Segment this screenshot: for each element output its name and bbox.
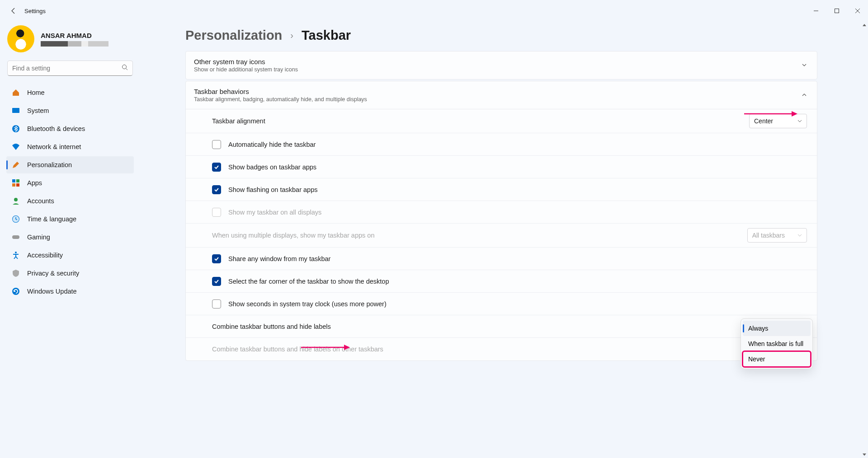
sidebar: ANSAR AHMAD Home System Bluetooth & devi… xyxy=(0,22,140,458)
search-input-wrap[interactable] xyxy=(7,61,133,76)
back-button[interactable] xyxy=(6,4,21,18)
row-combine: Combine taskbar buttons and hide labels xyxy=(186,315,817,338)
scroll-up-icon[interactable] xyxy=(861,22,868,29)
nav-privacy[interactable]: Privacy & security xyxy=(6,265,134,282)
chevron-down-icon xyxy=(797,117,802,125)
checkbox-flashing[interactable] xyxy=(212,185,221,194)
svg-rect-6 xyxy=(12,179,15,182)
row-alignment: Taskbar alignment Center xyxy=(186,109,817,133)
popup-option-always[interactable]: Always xyxy=(743,321,811,336)
checkbox-share[interactable] xyxy=(212,254,221,263)
row-label: Show seconds in system tray clock (uses … xyxy=(228,300,807,308)
chevron-down-icon xyxy=(797,232,802,239)
chevron-right-icon: › xyxy=(290,30,293,41)
nav-label: Windows Update xyxy=(27,288,77,295)
main-content: Personalization › Taskbar Other system t… xyxy=(140,22,868,458)
checkbox-alldisplays xyxy=(212,208,221,217)
search-icon xyxy=(122,64,128,72)
svg-point-2 xyxy=(123,65,127,69)
card-tray-header[interactable]: Other system tray icons Show or hide add… xyxy=(186,51,817,79)
row-label: Combine taskbar buttons and hide labels xyxy=(212,323,807,330)
breadcrumb-parent[interactable]: Personalization xyxy=(185,28,282,43)
scroll-down-icon[interactable] xyxy=(861,451,868,458)
checkbox-farcorner[interactable] xyxy=(212,277,221,286)
checkbox-badges[interactable] xyxy=(212,163,221,172)
row-alldisplays: Show my taskbar on all displays xyxy=(186,201,817,224)
breadcrumb-current: Taskbar xyxy=(302,28,351,43)
nav-bluetooth[interactable]: Bluetooth & devices xyxy=(6,120,134,137)
nav-gaming[interactable]: Gaming xyxy=(6,229,134,246)
card-subtitle: Taskbar alignment, badging, automaticall… xyxy=(194,96,802,103)
nav-personalization[interactable]: Personalization xyxy=(6,156,134,173)
home-icon xyxy=(12,89,20,97)
svg-point-14 xyxy=(15,252,17,253)
svg-rect-1 xyxy=(835,9,839,13)
nav-accounts[interactable]: Accounts xyxy=(6,192,134,210)
row-label: Share any window from my taskbar xyxy=(228,255,807,262)
maximize-button[interactable] xyxy=(826,4,847,18)
row-farcorner[interactable]: Select the far corner of the taskbar to … xyxy=(186,270,817,293)
bluetooth-icon xyxy=(12,125,20,133)
search-input[interactable] xyxy=(12,65,122,72)
personalization-icon xyxy=(12,161,20,169)
svg-line-3 xyxy=(126,69,128,70)
privacy-icon xyxy=(12,269,20,277)
row-label: Show flashing on taskbar apps xyxy=(228,186,807,193)
profile-section[interactable]: ANSAR AHMAD xyxy=(0,23,140,61)
nav-label: Accounts xyxy=(27,197,54,205)
time-icon xyxy=(12,215,20,223)
card-behaviors-header[interactable]: Taskbar behaviors Taskbar alignment, bad… xyxy=(186,81,817,109)
nav-accessibility[interactable]: Accessibility xyxy=(6,247,134,264)
avatar xyxy=(7,25,34,52)
network-icon xyxy=(12,143,20,151)
card-behaviors: Taskbar behaviors Taskbar alignment, bad… xyxy=(185,81,817,361)
nav-network[interactable]: Network & internet xyxy=(6,138,134,155)
nav-home[interactable]: Home xyxy=(6,84,134,101)
card-tray-icons: Other system tray icons Show or hide add… xyxy=(185,51,817,79)
nav-label: Privacy & security xyxy=(27,270,79,277)
popup-option-whenfull[interactable]: When taskbar is full xyxy=(743,336,811,351)
nav-label: System xyxy=(27,107,49,114)
row-label: Show my taskbar on all displays xyxy=(228,209,807,216)
close-button[interactable] xyxy=(847,4,868,18)
row-share[interactable]: Share any window from my taskbar xyxy=(186,248,817,270)
row-combine-other: Combine taskbar buttons and hide labels … xyxy=(186,338,817,360)
svg-rect-4 xyxy=(12,108,19,113)
card-title: Taskbar behaviors xyxy=(194,88,802,95)
scrollbar[interactable] xyxy=(861,22,868,458)
card-subtitle: Show or hide additional system tray icon… xyxy=(194,66,802,73)
checkbox-seconds[interactable] xyxy=(212,299,221,308)
titlebar: Settings xyxy=(0,0,868,22)
nav-label: Network & internet xyxy=(27,143,81,150)
alignment-dropdown[interactable]: Center xyxy=(749,114,807,128)
svg-rect-7 xyxy=(16,179,19,182)
row-autohide[interactable]: Automatically hide the taskbar xyxy=(186,133,817,156)
profile-email xyxy=(41,41,108,47)
svg-rect-9 xyxy=(16,183,19,187)
svg-point-15 xyxy=(12,288,19,295)
nav: Home System Bluetooth & devices Network … xyxy=(0,84,140,300)
row-label: Taskbar alignment xyxy=(212,117,749,125)
nav-label: Bluetooth & devices xyxy=(27,125,85,132)
combine-dropdown-popup: Always When taskbar is full Never xyxy=(741,318,813,369)
nav-update[interactable]: Windows Update xyxy=(6,283,134,300)
nav-time[interactable]: Time & language xyxy=(6,210,134,228)
system-icon xyxy=(12,107,20,115)
nav-label: Personalization xyxy=(27,161,72,168)
row-badges[interactable]: Show badges on taskbar apps xyxy=(186,156,817,178)
row-multidisplay: When using multiple displays, show my ta… xyxy=(186,224,817,248)
nav-system[interactable]: System xyxy=(6,102,134,119)
chevron-up-icon xyxy=(802,91,807,99)
popup-option-never[interactable]: Never xyxy=(743,351,811,367)
dropdown-value: All taskbars xyxy=(752,232,785,239)
profile-name: ANSAR AHMAD xyxy=(41,32,108,39)
row-seconds[interactable]: Show seconds in system tray clock (uses … xyxy=(186,293,817,315)
row-label: Show badges on taskbar apps xyxy=(228,164,807,171)
window-title: Settings xyxy=(24,8,46,14)
row-flashing[interactable]: Show flashing on taskbar apps xyxy=(186,178,817,201)
checkbox-autohide[interactable] xyxy=(212,140,221,149)
accounts-icon xyxy=(12,197,20,205)
nav-label: Apps xyxy=(27,179,42,187)
minimize-button[interactable] xyxy=(806,4,826,18)
nav-apps[interactable]: Apps xyxy=(6,174,134,192)
